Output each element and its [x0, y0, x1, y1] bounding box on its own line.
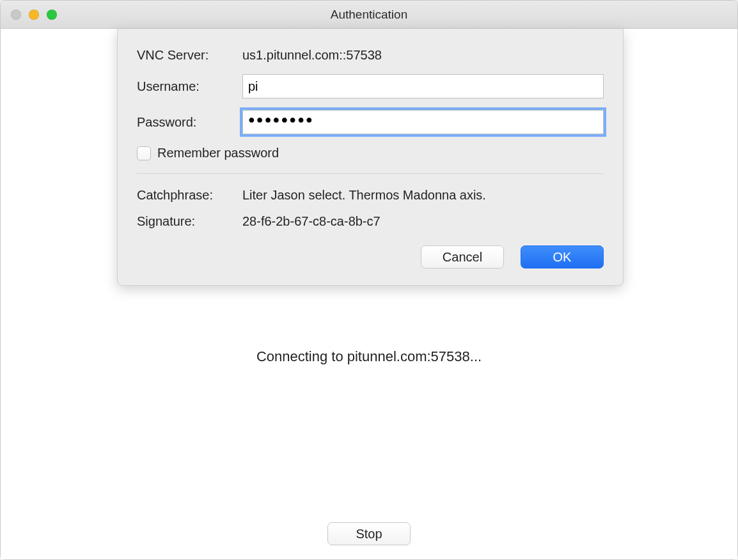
password-label: Password: [137, 115, 242, 130]
connecting-status: Connecting to pitunnel.com:57538... [1, 348, 737, 365]
divider [137, 173, 604, 174]
main-window: Authentication VNC Server: us1.pitunnel.… [0, 0, 738, 560]
minimize-window-icon[interactable] [29, 10, 39, 20]
maximize-window-icon[interactable] [47, 10, 57, 20]
stop-button-container: Stop [1, 522, 737, 545]
username-input[interactable] [242, 74, 604, 98]
window-title: Authentication [331, 8, 407, 22]
dialog-button-row: Cancel OK [137, 245, 604, 268]
titlebar: Authentication [1, 1, 737, 29]
close-window-icon[interactable] [11, 10, 21, 20]
vnc-server-row: VNC Server: us1.pitunnel.com::57538 [137, 48, 604, 63]
stop-button[interactable]: Stop [327, 522, 411, 545]
remember-password-label: Remember password [157, 146, 279, 160]
vnc-server-value: us1.pitunnel.com::57538 [242, 48, 382, 63]
signature-value: 28-f6-2b-67-c8-ca-8b-c7 [242, 214, 381, 229]
window-content: VNC Server: us1.pitunnel.com::57538 User… [1, 29, 737, 559]
ok-button[interactable]: OK [521, 245, 604, 268]
auth-dialog: VNC Server: us1.pitunnel.com::57538 User… [117, 29, 624, 286]
username-row: Username: [137, 74, 604, 98]
remember-password-checkbox[interactable] [137, 146, 151, 160]
signature-label: Signature: [137, 214, 242, 229]
traffic-lights [11, 10, 57, 20]
password-input[interactable]: ●●●●●●●● [242, 110, 604, 134]
catchphrase-row: Catchphrase: Liter Jason select. Thermos… [137, 188, 604, 203]
password-row: Password: ●●●●●●●● [137, 110, 604, 134]
signature-row: Signature: 28-f6-2b-67-c8-ca-8b-c7 [137, 214, 604, 229]
cancel-button[interactable]: Cancel [421, 245, 504, 268]
catchphrase-value: Liter Jason select. Thermos Madonna axis… [242, 188, 486, 203]
remember-password-row: Remember password [137, 146, 604, 160]
vnc-server-label: VNC Server: [137, 48, 242, 63]
username-label: Username: [137, 79, 242, 94]
catchphrase-label: Catchphrase: [137, 188, 242, 203]
